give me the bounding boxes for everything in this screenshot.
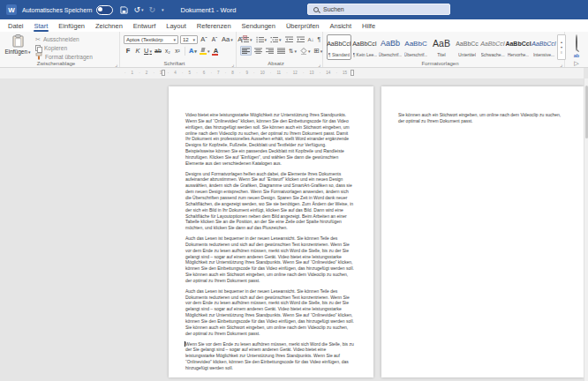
word-app-icon[interactable]: [6, 4, 17, 15]
change-case-button[interactable]: Aa: [221, 34, 234, 44]
tab-ansicht[interactable]: Ansicht: [324, 19, 357, 32]
vertical-scrollbar[interactable]: [584, 78, 588, 381]
sort-button[interactable]: A↓: [307, 34, 315, 44]
paragraph[interactable]: Auch das Lesen ist bequemer in der neuen…: [185, 235, 354, 284]
numbering-button[interactable]: [255, 34, 268, 44]
ribbon-tabs: Datei Start Einfügen Zeichnen Entwurf La…: [0, 19, 588, 32]
paste-button[interactable]: Einfügen: [4, 34, 31, 64]
tab-referenzen[interactable]: Referenzen: [192, 19, 237, 32]
shrink-font-button[interactable]: Aˇ: [210, 34, 219, 44]
document-canvas: Video bietet eine leistungsstarke Möglic…: [0, 78, 588, 381]
paragraph-dialog-launcher[interactable]: [318, 62, 320, 67]
tab-hilfe[interactable]: Hilfe: [357, 19, 381, 32]
select-button[interactable]: ▷: [574, 60, 578, 66]
autosave-toggle[interactable]: [96, 5, 113, 15]
tab-zeichnen[interactable]: Zeichnen: [90, 19, 128, 32]
line-spacing-button[interactable]: ⇅: [288, 46, 298, 56]
group-styles: AaBbCcI ¶ Standard AaBbCcI ¶ Kein Lee...…: [323, 32, 565, 67]
redo-icon: ↻: [148, 6, 155, 14]
save-button[interactable]: [120, 6, 128, 14]
scissors-icon: ✂: [35, 36, 41, 42]
tab-entwurf[interactable]: Entwurf: [128, 19, 161, 32]
copy-button[interactable]: Kopieren: [35, 44, 93, 51]
align-left-button[interactable]: [240, 46, 252, 56]
style-card-ueberschrift-1[interactable]: AaBb Überschrif...: [378, 34, 403, 60]
ruler-tick: ·: [253, 71, 255, 76]
paragraph[interactable]: Wenn Sie vor dem Ende zu lesen aufhören …: [185, 341, 354, 371]
ruler-tick: ·: [303, 71, 305, 76]
clipboard-icon: [12, 34, 24, 48]
tab-datei[interactable]: Datei: [3, 19, 29, 32]
tab-einfuegen[interactable]: Einfügen: [53, 19, 90, 32]
show-paragraph-marks-button[interactable]: ¶: [317, 34, 322, 44]
horizontal-ruler[interactable]: ·1·2·3·4·5·6·7·8·9·10·11·12·13·14·15·: [124, 71, 354, 77]
underline-button[interactable]: U: [143, 46, 153, 56]
italic-button[interactable]: K: [133, 46, 142, 56]
ruler-tick: ·: [168, 71, 170, 76]
font-name-value: Aptos (Textkörp: [126, 37, 172, 42]
ruler-tick: 7: [217, 71, 220, 76]
borders-button[interactable]: ⊞: [313, 46, 323, 56]
decrease-indent-button[interactable]: [284, 34, 294, 44]
highlight-color-button[interactable]: [199, 46, 211, 56]
subscript-button[interactable]: x₂: [163, 46, 172, 56]
style-card-untertitel[interactable]: AaBbCc Untertitel: [455, 34, 479, 60]
paragraph[interactable]: Video bietet eine leistungsstarke Möglic…: [185, 112, 354, 167]
style-card-ueberschrift-2[interactable]: AaBbC Überschrif...: [403, 34, 428, 60]
page-2[interactable]: Sie können auch ein Stichwort eingeben, …: [381, 86, 584, 377]
strikethrough-button[interactable]: ab: [154, 46, 162, 56]
style-card-titel[interactable]: AaB Titel: [429, 34, 454, 60]
styles-dialog-launcher[interactable]: [560, 62, 562, 67]
style-card-schwache-hervorhebung[interactable]: AaBbCcI Schwache...: [480, 34, 505, 60]
chevron-down-icon: ▾: [561, 45, 562, 49]
replace-button[interactable]: ab: [574, 53, 579, 58]
shading-button[interactable]: [299, 46, 312, 56]
align-center-icon: [254, 48, 262, 55]
tab-layout[interactable]: Layout: [161, 19, 192, 32]
increase-indent-button[interactable]: [296, 34, 305, 44]
group-label-clipboard: Zwischenablage: [0, 61, 112, 66]
tab-start[interactable]: Start: [29, 19, 54, 32]
font-size-combobox[interactable]: 12: [180, 35, 198, 44]
style-card-hervorhebung[interactable]: AaBbCcI Hervorhe...: [506, 34, 531, 60]
style-card-kein-leerraum[interactable]: AaBbCcI ¶ Kein Lee...: [352, 34, 377, 60]
justify-button[interactable]: [276, 46, 286, 56]
group-label-styles: Formatvorlagen: [323, 61, 557, 66]
font-name-combobox[interactable]: Aptos (Textkörp: [124, 35, 178, 44]
left-indent-marker[interactable]: [162, 70, 165, 76]
text-effects-button[interactable]: A: [188, 46, 198, 56]
font-dialog-launcher[interactable]: [231, 62, 234, 67]
font-color-button[interactable]: A: [211, 46, 220, 56]
right-indent-marker[interactable]: [351, 70, 354, 76]
ruler-tick: ·: [286, 71, 288, 76]
bold-button[interactable]: F: [124, 46, 132, 56]
bullets-button[interactable]: [240, 34, 253, 44]
style-card-standard[interactable]: AaBbCcI ¶ Standard: [327, 34, 351, 60]
clipboard-dialog-launcher[interactable]: [115, 62, 117, 67]
document-title: Dokument1 - Word: [181, 6, 237, 14]
redo-button[interactable]: ↻: [148, 6, 155, 14]
format-painter-button[interactable]: Format übertragen: [35, 53, 93, 60]
multilevel-list-button[interactable]: [269, 34, 283, 44]
bullet-list-icon: [241, 36, 249, 43]
paragraph[interactable]: Auch das Lesen ist bequemer in der neuen…: [185, 288, 354, 337]
paragraph[interactable]: Designs und Formatvorlagen helfen auch d…: [185, 171, 354, 231]
font-size-value: 12: [183, 37, 192, 42]
tab-ueberpruefen[interactable]: Überprüfen: [281, 19, 325, 32]
find-button[interactable]: [576, 35, 577, 51]
undo-button[interactable]: ↺▾: [133, 6, 143, 14]
style-card-intensive-hervorhebung[interactable]: AaBbCcI Intensive...: [531, 34, 556, 60]
search-input[interactable]: Suchen: [307, 4, 450, 15]
align-center-button[interactable]: [253, 46, 263, 56]
tab-sendungen[interactable]: Sendungen: [237, 19, 281, 32]
superscript-button[interactable]: x²: [173, 46, 182, 56]
group-label-paragraph: Absatz: [237, 61, 315, 66]
ruler-tick: 2: [146, 71, 148, 76]
align-right-button[interactable]: [265, 46, 275, 56]
scrollbar-thumb[interactable]: [585, 86, 588, 138]
page-1[interactable]: Video bietet eine leistungsstarke Möglic…: [169, 86, 373, 377]
paragraph[interactable]: Sie können auch ein Stichwort eingeben, …: [398, 112, 564, 124]
customize-toolbar-button[interactable]: ▾: [161, 7, 164, 12]
cut-button[interactable]: ✂ Ausschneiden: [35, 35, 93, 42]
grow-font-button[interactable]: Aˆ: [200, 34, 208, 44]
